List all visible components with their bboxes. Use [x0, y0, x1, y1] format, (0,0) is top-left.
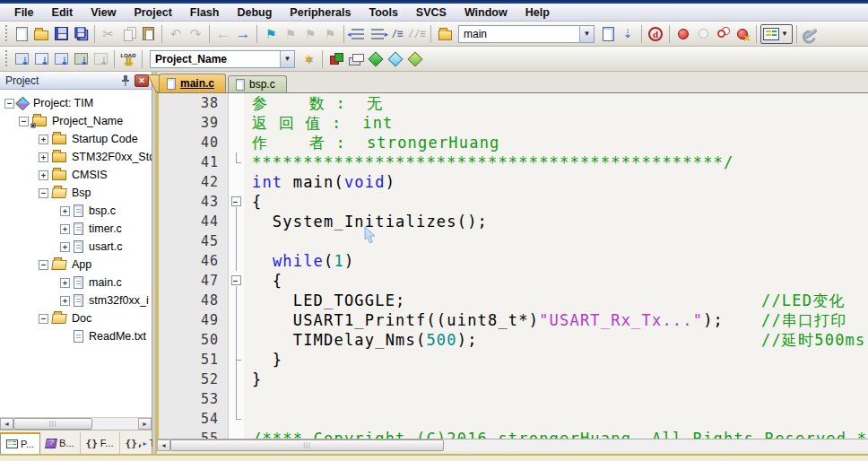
incremental-find-button[interactable]: ⇣: [618, 24, 638, 44]
scroll-left-icon[interactable]: ◄: [0, 418, 13, 430]
tree-item-app-group[interactable]: App: [0, 256, 152, 274]
project-horizontal-scrollbar[interactable]: ◄ ►: [0, 417, 152, 430]
uncomment-button[interactable]: //≡: [407, 24, 427, 44]
undo-button[interactable]: ↶: [166, 24, 186, 44]
tab-main-c[interactable]: main.c: [159, 74, 226, 92]
copy-button[interactable]: [118, 24, 138, 44]
breakpoint-enable-button[interactable]: [693, 24, 713, 44]
debug-session-button[interactable]: d: [646, 24, 665, 44]
toolbar-grip[interactable]: [4, 50, 9, 68]
toolbar-grip[interactable]: [4, 25, 9, 43]
breakpoint-insert-button[interactable]: [673, 24, 693, 44]
menu-svcs[interactable]: SVCS: [407, 4, 456, 21]
expander-minus-icon[interactable]: [39, 314, 48, 324]
pin-icon[interactable]: [118, 74, 133, 87]
expander-plus-icon[interactable]: [60, 206, 70, 216]
window-layout-button[interactable]: ▼: [760, 24, 793, 44]
tree-item-project-tim[interactable]: Project: TIM: [0, 94, 152, 112]
breakpoint-disable-all-button[interactable]: [713, 24, 733, 44]
tree-item-readme-txt[interactable]: ReadMe.txt: [0, 327, 152, 345]
chevron-down-icon[interactable]: ▼: [579, 26, 594, 42]
scrollbar-thumb[interactable]: [170, 439, 444, 451]
breakpoint-kill-all-button[interactable]: [733, 24, 752, 44]
target-options-button[interactable]: ✶: [299, 49, 318, 69]
expander-plus-icon[interactable]: [60, 224, 70, 234]
navigate-forward-button[interactable]: →: [233, 24, 253, 44]
translate-button[interactable]: [12, 49, 31, 69]
expander-minus-icon[interactable]: [39, 188, 48, 198]
comment-button[interactable]: /≡: [387, 24, 407, 44]
bookmark-clear-button[interactable]: ⚑: [320, 24, 340, 44]
menu-help[interactable]: Help: [516, 4, 559, 21]
chevron-down-icon[interactable]: ▼: [779, 25, 790, 43]
pack-installer-button[interactable]: [366, 49, 386, 69]
scrollbar-track[interactable]: [444, 439, 868, 451]
stop-build-button[interactable]: [91, 49, 110, 69]
bookmark-toggle-button[interactable]: ⚑: [261, 24, 281, 44]
code-editor[interactable]: 38 参 数 : 无 39 返 回 值 : int 40 作 者 : stron…: [157, 93, 868, 439]
tree-item-doc-group[interactable]: Doc: [0, 309, 152, 327]
menu-debug[interactable]: Debug: [228, 4, 281, 21]
manage-rte-button[interactable]: [405, 49, 425, 69]
project-target-combobox[interactable]: Project_Name ▼: [150, 50, 295, 68]
menu-window[interactable]: Window: [456, 4, 516, 21]
tree-item-stm32f0xx-std[interactable]: STM32F0xx_Std: [0, 148, 152, 166]
expander-minus-icon[interactable]: [4, 99, 14, 109]
menu-edit[interactable]: Edit: [43, 4, 82, 21]
multi-project-button[interactable]: [346, 49, 366, 69]
menu-tools[interactable]: Tools: [360, 4, 406, 21]
fold-collapse-icon[interactable]: −: [229, 192, 244, 212]
scrollbar-thumb[interactable]: [13, 418, 92, 430]
rebuild-button[interactable]: [51, 49, 71, 69]
expander-plus-icon[interactable]: [39, 152, 48, 162]
expander-minus-icon[interactable]: [19, 117, 29, 126]
configure-button[interactable]: [801, 24, 820, 44]
expander-plus-icon[interactable]: [60, 242, 70, 252]
menu-file[interactable]: File: [5, 4, 43, 21]
find-button[interactable]: [598, 24, 618, 44]
tree-item-timer-c[interactable]: timer.c: [0, 220, 152, 238]
tree-item-bsp-c[interactable]: bsp.c: [0, 202, 152, 220]
manage-components-button[interactable]: [326, 49, 346, 69]
tree-item-cmsis[interactable]: CMSIS: [0, 166, 152, 184]
new-file-button[interactable]: [12, 24, 31, 44]
expander-minus-icon[interactable]: [39, 260, 48, 270]
outdent-button[interactable]: [348, 24, 368, 44]
menu-peripherals[interactable]: Peripherals: [281, 4, 360, 21]
tab-functions[interactable]: {} F...: [81, 432, 120, 454]
build-button[interactable]: [31, 49, 51, 69]
load-button[interactable]: LOAD ⇊: [118, 49, 138, 69]
indent-button[interactable]: [368, 24, 387, 44]
expander-plus-icon[interactable]: [39, 135, 48, 144]
editor-horizontal-scrollbar[interactable]: ◄: [157, 439, 868, 451]
scroll-left-icon[interactable]: ◄: [157, 439, 170, 451]
save-all-button[interactable]: [71, 24, 91, 44]
batch-build-button[interactable]: [71, 49, 91, 69]
expander-plus-icon[interactable]: [39, 170, 48, 180]
expander-plus-icon[interactable]: [60, 278, 70, 288]
menu-view[interactable]: View: [82, 4, 125, 21]
find-in-files-button[interactable]: [435, 24, 455, 44]
paste-button[interactable]: [138, 24, 158, 44]
save-button[interactable]: [51, 24, 71, 44]
find-target-combobox[interactable]: main ▼: [458, 25, 595, 43]
expander-plus-icon[interactable]: [60, 296, 70, 306]
tree-item-main-c[interactable]: main.c: [0, 274, 152, 291]
cut-button[interactable]: ✂: [99, 24, 118, 44]
tree-item-startup-code[interactable]: Startup Code: [0, 130, 152, 148]
redo-button[interactable]: ↷: [186, 24, 205, 44]
scroll-right-icon[interactable]: ►: [138, 418, 152, 430]
tree-item-bsp-group[interactable]: Bsp: [0, 184, 152, 202]
menu-project[interactable]: Project: [125, 4, 180, 21]
tab-project[interactable]: P...: [0, 432, 40, 454]
open-button[interactable]: [31, 24, 51, 44]
tree-item-usart-c[interactable]: usart.c: [0, 238, 152, 256]
chevron-down-icon[interactable]: ▼: [280, 51, 294, 67]
tab-books[interactable]: B...: [40, 432, 81, 454]
bookmark-prev-button[interactable]: ⚑: [281, 24, 300, 44]
scrollbar-track[interactable]: [92, 418, 138, 430]
bookmark-next-button[interactable]: ⚑: [300, 24, 320, 44]
fold-collapse-icon[interactable]: −: [229, 271, 244, 291]
tree-item-stm32f0xx-i[interactable]: stm32f0xx_i: [0, 291, 152, 309]
select-packs-button[interactable]: [386, 49, 405, 69]
